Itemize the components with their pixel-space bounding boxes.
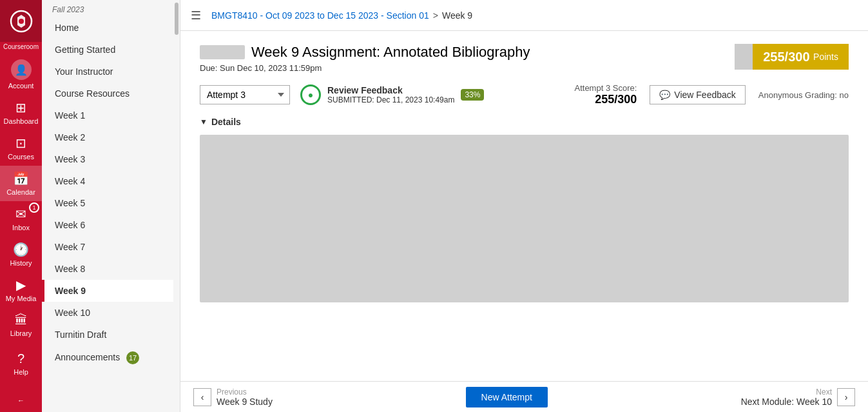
submitted-check-icon: ● xyxy=(300,84,321,105)
sidebar-item-help[interactable]: ? Help xyxy=(0,346,42,381)
sidebar-dashboard-label: Dashboard xyxy=(4,117,39,125)
history-icon: 🕐 xyxy=(13,242,29,257)
course-nav-turnitin-draft[interactable]: Turnitin Draft xyxy=(42,324,173,346)
attempt-row: Attempt 1 Attempt 2 Attempt 3 ● Review F… xyxy=(200,83,849,106)
feedback-block: ● Review Feedback SUBMITTED: Dec 11, 202… xyxy=(300,84,484,105)
prev-label: Previous xyxy=(217,387,273,397)
courseroom-logo[interactable] xyxy=(0,0,42,42)
scrollbar-thumb[interactable] xyxy=(175,3,178,35)
sidebar-item-dashboard[interactable]: ⊞ Dashboard xyxy=(0,95,42,130)
sidebar-item-calendar[interactable]: 📅 Calendar xyxy=(0,166,42,201)
points-yellow-block: 255/300 Points xyxy=(753,44,849,70)
assignment-content-area xyxy=(200,135,849,302)
points-label: Points xyxy=(813,52,838,62)
course-nav-course-resources[interactable]: Course Resources xyxy=(42,83,173,104)
title-placeholder-icon xyxy=(200,45,245,59)
account-avatar: 👤 xyxy=(11,59,32,80)
course-nav-week4[interactable]: Week 4 xyxy=(42,170,173,192)
details-section: ▼ Details xyxy=(200,117,849,302)
breadcrumb: BMGT8410 - Oct 09 2023 to Dec 15 2023 - … xyxy=(211,10,472,21)
sidebar-item-account[interactable]: 👤 Account xyxy=(0,54,42,95)
course-nav-getting-started[interactable]: Getting Started xyxy=(42,39,173,61)
sidebar-courses-label: Courses xyxy=(8,153,34,161)
score-block: Attempt 3 Score: 255/300 xyxy=(574,83,637,106)
my-media-icon: ▶ xyxy=(16,277,26,293)
course-term: Fall 2023 xyxy=(42,0,173,17)
calendar-icon: 📅 xyxy=(13,171,29,186)
details-chevron-icon: ▼ xyxy=(200,117,207,126)
course-nav-week8[interactable]: Week 8 xyxy=(42,258,173,280)
course-nav-home[interactable]: Home xyxy=(42,17,173,39)
course-nav-sidebar: Fall 2023 Home Getting Started Your Inst… xyxy=(42,0,180,412)
assignment-title: Week 9 Assignment: Annotated Bibliograph… xyxy=(200,44,530,61)
feedback-icon: 💬 xyxy=(659,90,670,100)
course-nav-week2[interactable]: Week 2 xyxy=(42,126,173,148)
sidebar-library-label: Library xyxy=(10,329,32,337)
sidebar-collapse-button[interactable]: ← xyxy=(0,391,42,409)
svg-point-1 xyxy=(19,19,24,24)
view-feedback-button[interactable]: 💬 View Feedback xyxy=(650,85,745,104)
courseroom-label: Courseroom xyxy=(3,43,39,50)
breadcrumb-course-link[interactable]: BMGT8410 - Oct 09 2023 to Dec 15 2023 - … xyxy=(211,10,429,21)
percentage-badge: 33% xyxy=(461,89,484,101)
next-nav[interactable]: Next Next Module: Week 10 › xyxy=(741,387,855,407)
inbox-badge: 1 xyxy=(29,202,39,213)
details-toggle[interactable]: ▼ Details xyxy=(200,117,849,127)
anonymous-grading: Anonymous Grading: no xyxy=(758,90,849,100)
attempt-left: Attempt 1 Attempt 2 Attempt 3 ● Review F… xyxy=(200,84,484,105)
sidebar-item-library[interactable]: 🏛 Library xyxy=(0,308,42,342)
sidebar-item-inbox[interactable]: ✉ Inbox 1 xyxy=(0,201,42,237)
inbox-icon: ✉ xyxy=(15,206,26,222)
course-nav-announcements[interactable]: Announcements 17 xyxy=(42,346,173,370)
feedback-text: Review Feedback SUBMITTED: Dec 11, 2023 … xyxy=(327,85,454,104)
hamburger-menu-button[interactable]: ☰ xyxy=(191,8,201,23)
announcements-badge: 17 xyxy=(126,351,139,364)
breadcrumb-current: Week 9 xyxy=(442,10,472,21)
next-arrow-button[interactable]: › xyxy=(837,388,855,406)
course-nav-week9[interactable]: Week 9 xyxy=(42,280,173,302)
sidebar-account-label: Account xyxy=(8,82,34,90)
topbar: ☰ BMGT8410 - Oct 09 2023 to Dec 15 2023 … xyxy=(180,0,868,31)
sidebar-history-label: History xyxy=(10,259,32,267)
course-nav-week3[interactable]: Week 3 xyxy=(42,148,173,170)
next-label: Next xyxy=(741,387,832,397)
scrollbar-track[interactable] xyxy=(173,0,180,370)
attempt-right: Attempt 3 Score: 255/300 💬 View Feedback… xyxy=(574,83,849,106)
new-attempt-button[interactable]: New Attempt xyxy=(466,387,548,407)
next-text: Next Next Module: Week 10 xyxy=(741,387,832,407)
sidebar-item-history[interactable]: 🕐 History xyxy=(0,237,42,272)
sidebar-item-my-media[interactable]: ▶ My Media xyxy=(0,272,42,308)
prev-title: Week 9 Study xyxy=(217,397,273,407)
sidebar-calendar-label: Calendar xyxy=(6,188,35,196)
assignment-title-text: Week 9 Assignment: Annotated Bibliograph… xyxy=(251,44,530,61)
course-nav-your-instructor[interactable]: Your Instructor xyxy=(42,61,173,83)
anon-label: Anonymous Grading: xyxy=(758,90,837,100)
sidebar-mymedia-label: My Media xyxy=(6,295,37,302)
announcements-label: Announcements xyxy=(55,352,120,362)
course-nav-week6[interactable]: Week 6 xyxy=(42,214,173,236)
feedback-submitted: SUBMITTED: Dec 11, 2023 10:49am xyxy=(327,95,454,104)
anon-value: no xyxy=(840,90,849,100)
course-nav-week7[interactable]: Week 7 xyxy=(42,236,173,258)
course-nav-week1[interactable]: Week 1 xyxy=(42,104,173,126)
breadcrumb-separator: > xyxy=(433,10,438,21)
sidebar-item-courses[interactable]: ⊡ Courses xyxy=(0,130,42,166)
assignment-header: Week 9 Assignment: Annotated Bibliograph… xyxy=(200,44,849,73)
prev-nav[interactable]: ‹ Previous Week 9 Study xyxy=(193,387,273,407)
nav-center: New Attempt xyxy=(466,387,548,407)
attempt-select[interactable]: Attempt 1 Attempt 2 Attempt 3 xyxy=(200,85,290,104)
library-icon: 🏛 xyxy=(15,313,28,328)
attempt-score-value: 255/300 xyxy=(574,93,637,106)
attempt-score-label: Attempt 3 Score: xyxy=(574,83,637,93)
points-badge: 255/300 Points xyxy=(735,44,849,70)
course-nav-week10[interactable]: Week 10 xyxy=(42,302,173,324)
content-area: Week 9 Assignment: Annotated Bibliograph… xyxy=(180,31,868,381)
points-gray-block xyxy=(735,44,753,70)
prev-arrow-button[interactable]: ‹ xyxy=(193,388,211,406)
course-nav-week5[interactable]: Week 5 xyxy=(42,192,173,214)
assignment-due-date: Due: Sun Dec 10, 2023 11:59pm xyxy=(200,63,530,73)
left-sidebar: Courseroom 👤 Account ⊞ Dashboard ⊡ Cours… xyxy=(0,0,42,412)
score-display: 255/300 xyxy=(763,50,809,64)
bottom-bar: ‹ Previous Week 9 Study New Attempt Next… xyxy=(180,381,868,412)
main-content: ☰ BMGT8410 - Oct 09 2023 to Dec 15 2023 … xyxy=(180,0,868,412)
